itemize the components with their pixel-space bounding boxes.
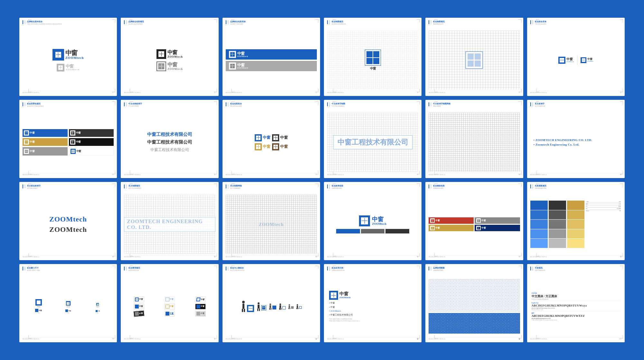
card-side-label-20: A-4-2 <box>124 267 127 270</box>
card-18-footer: BRAND IDENTITY MANUAL⑱ <box>530 255 621 258</box>
card-18-content: C:100R:26 M:65G:95 Y:0B:190 K:0#1A5FBE P… <box>530 195 621 254</box>
card-side-label-15: A-3-3 <box>226 185 229 188</box>
card-22-footer: BRAND IDENTITY MANUAL㉒ <box>327 337 418 340</box>
card-17-footer: BRAND IDENTITY MANUAL⑰ <box>429 255 520 258</box>
card-header-21: 标志与人物组合 标志与人物比例关系示范 <box>230 267 317 271</box>
card-header-23: 品牌纹理图案 品牌辅助纹理规范 <box>433 267 520 271</box>
svg-point-12 <box>279 303 281 305</box>
card-side-label-4: A-1-4 <box>327 20 330 24</box>
card-header-12: 英文标准字 英文字体规范说明 <box>535 102 621 107</box>
svg-rect-17 <box>289 306 290 308</box>
card-16-footer: BRAND IDENTITY MANUAL⑯ <box>327 255 418 258</box>
card-6-content: 中窗 ZOOMtech 中窗 ZOOMtech <box>530 31 621 90</box>
card-header-1: 品牌标志基本组合 中窗工程技术有限公司品牌视觉识别系统设计规范及应用说明 <box>27 20 114 25</box>
card-3-content: 中窗 ZOOMtech 中窗 ZOOMtech <box>226 31 317 90</box>
card-19: A-4-1 标志最小尺寸 标志最小使用尺寸规范 20mm 14mm 8m <box>19 264 117 342</box>
card-14-content: ZOOMTECH ENGINEERING CO. LTD. <box>124 195 215 254</box>
card-16-content: 中窗 ZOOMtech <box>327 195 418 254</box>
card-side-label-19: A-4-1 <box>23 267 26 270</box>
card-3: A-1-3 品牌标志色彩变体 色彩背景下的标志规范 中窗 ZOOMtech <box>223 18 320 96</box>
card-side-label-10: A-2-4 <box>327 102 330 106</box>
card-10-footer: BRAND IDENTITY MANUAL⑩ <box>327 173 418 175</box>
company-name-zh-full-2: 中窗工程技术有限公司 <box>147 139 192 145</box>
svg-rect-2 <box>242 309 243 312</box>
card-2: A-1-2 品牌标志色彩规范 标志黑白及反白使用规范 中窗 ZOOMtech <box>121 18 218 96</box>
card-side-label-1: A-1-1 <box>23 20 26 24</box>
person-silhouette-6 <box>296 304 298 309</box>
card-header-16: 标志标准色彩 品牌标准配色规范 <box>332 185 418 189</box>
card-header-14: 英文制图规范 英文字型比例制图规范 <box>128 185 215 189</box>
pattern-svg-blue <box>429 313 520 334</box>
card-12-footer: BRAND IDENTITY MANUAL⑫ <box>530 173 621 175</box>
card-22-content: 中窗 ZOOMtech • 中窗 • 中窗 • ZOOMtech • 中窗工程技… <box>327 277 418 336</box>
card-12: A-2-6 英文标准字 英文字体规范说明 • ZOOMTECH ENGINEER… <box>527 100 625 178</box>
card-1-footer: BRAND IDENTITY MANUAL① <box>23 91 114 93</box>
card-9-content: 中窗 中窗 <box>226 113 317 172</box>
card-14-footer: BRAND IDENTITY MANUAL⑭ <box>124 255 215 258</box>
card-side-label-6: A-1-6 <box>530 20 534 24</box>
card-header-20: 标志禁用规范 标志使用禁忌示例 <box>128 267 215 271</box>
card-19-content: 20mm 14mm 8mm 中窗 03图 中窗 03图 <box>23 277 114 336</box>
card-17-content: 中窗 中窗 <box>429 195 520 254</box>
card-header-5: 标志制图规范 网格制图规范说明 <box>433 20 520 25</box>
svg-rect-21 <box>297 306 298 308</box>
card-2-content: 中窗 ZOOMtech 中窗 ZOOMtech <box>124 31 215 90</box>
card-20-footer: BRAND IDENTITY MANUAL⑳ <box>124 337 215 340</box>
svg-rect-41 <box>429 313 520 334</box>
card-header-8: 中文全称标准字 中文全称字体规范 <box>128 102 215 107</box>
card-18: A-3-6 色彩搭配规范 品牌色彩搭配对照表 <box>527 182 625 260</box>
card-side-label-22: A-4-4 <box>327 267 330 270</box>
card-side-label-9: A-2-3 <box>226 102 229 106</box>
person-silhouette-5 <box>288 304 290 309</box>
card-4-content: 中窗 <box>327 31 418 90</box>
card-side-label-14: A-3-2 <box>124 185 127 188</box>
person-silhouette-4 <box>279 303 282 310</box>
svg-rect-7 <box>259 308 260 311</box>
pattern-svg <box>429 279 519 311</box>
card-header-19: 标志最小尺寸 标志最小使用尺寸规范 <box>27 267 114 271</box>
card-10: A-2-4 中文标准字制图 中文字体比例制图规范 中窗工程技术有限公司 BRAN… <box>324 100 421 178</box>
card-header-17: 标志辅助色彩 品牌辅助色彩规范 <box>433 185 520 189</box>
card-15-footer: BRAND IDENTITY MANUAL⑮ <box>226 255 317 258</box>
svg-rect-13 <box>279 305 281 308</box>
card-23-footer: BRAND IDENTITY MANUAL㉓ <box>429 337 520 340</box>
card-11: A-2-5 中文标准字制图网格 网格比例规范 BRAND IDENTITY MA… <box>425 100 523 178</box>
person-silhouette-2 <box>257 302 260 311</box>
card-5-content <box>429 31 520 90</box>
svg-point-8 <box>270 303 271 305</box>
card-side-label-11: A-2-5 <box>429 102 432 106</box>
svg-rect-6 <box>257 308 258 311</box>
card-side-label-8: A-2-2 <box>124 102 127 106</box>
card-side-label-24: A-4-6 <box>530 267 534 270</box>
card-header-22: 标志应用示例 品牌标志综合应用示例 <box>332 267 418 271</box>
card-header-24: 字体规范 品牌字体规范说明 <box>535 267 621 271</box>
card-header-2: 品牌标志色彩规范 标志黑白及反白使用规范 <box>128 20 215 25</box>
card-11-footer: BRAND IDENTITY MANUAL⑪ <box>429 173 520 175</box>
card-10-content: 中窗工程技术有限公司 <box>327 113 418 172</box>
card-9: A-2-3 标志色彩组合 黑白及彩色组合规范 中窗 <box>223 100 320 178</box>
card-22: A-4-4 标志应用示例 品牌标志综合应用示例 中窗 <box>324 264 421 342</box>
card-header-18: 色彩搭配规范 品牌色彩搭配对照表 <box>535 185 621 189</box>
card-8-content: 中窗工程技术有限公司 中窗工程技术有限公司 中窗工程技术有限公司 <box>124 113 215 172</box>
card-14: A-3-2 英文制图规范 英文字型比例制图规范 ZOOMTECH ENGINEE… <box>121 182 218 260</box>
card-side-label-5: A-1-5 <box>429 20 432 24</box>
card-1: A-1-1 品牌标志基本组合 中窗工程技术有限公司品牌视觉识别系统设计规范及应用… <box>19 18 117 96</box>
card-24: A-4-6 字体规范 品牌字体规范说明 中文字体 中文黑体 / 方正黑体 中文正… <box>527 264 625 342</box>
card-16: A-3-4 标志标准色彩 品牌标准配色规范 中窗 ZOOMte <box>324 182 421 260</box>
card-header-15: 英文制图网格 英文字型网格规范 <box>230 185 317 189</box>
card-15: A-3-3 英文制图网格 英文字型网格规范 ZOOMtech BRAND IDE… <box>223 182 320 260</box>
svg-point-4 <box>258 302 260 304</box>
card-side-label-3: A-1-3 <box>226 20 229 24</box>
svg-rect-19 <box>289 308 290 309</box>
card-19-footer: BRAND IDENTITY MANUAL⑲ <box>23 337 114 340</box>
card-side-label-2: A-1-2 <box>124 20 127 24</box>
card-13-content: ZOOMtech ZOOMtech <box>23 195 114 254</box>
card-21-footer: BRAND IDENTITY MANUAL㉑ <box>226 337 317 340</box>
svg-rect-11 <box>270 308 271 310</box>
zoomtech-en-blue: ZOOMtech <box>49 215 87 223</box>
svg-point-16 <box>289 304 290 305</box>
svg-rect-18 <box>288 308 289 309</box>
person-silhouette-1 <box>241 300 246 313</box>
card-13-footer: BRAND IDENTITY MANUAL⑬ <box>23 255 114 258</box>
svg-rect-15 <box>280 308 281 310</box>
